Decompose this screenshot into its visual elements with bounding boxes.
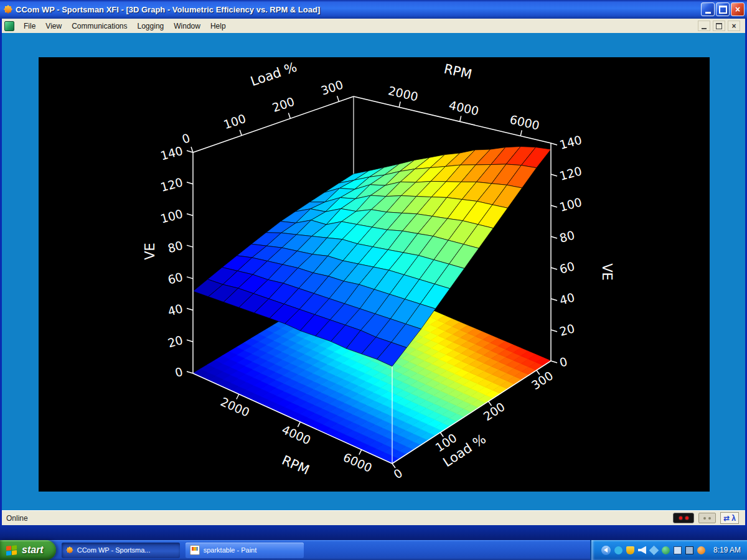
menu-communications[interactable]: Communications: [67, 20, 132, 32]
svg-text:Load %: Load %: [248, 59, 299, 89]
mdi-minimize-button[interactable]: [698, 21, 710, 31]
taskbar-button-paint-label: sparktable - Paint: [204, 546, 257, 554]
svg-text:2000: 2000: [387, 83, 420, 103]
svg-text:100: 100: [222, 111, 247, 132]
start-label: start: [22, 544, 44, 556]
plot-area: 0100200300200040006000020406080100120140…: [39, 57, 710, 492]
ccom-app-icon: [67, 547, 73, 553]
system-tray: 8:19 AM: [590, 540, 747, 560]
hide-icons-chevron[interactable]: [601, 546, 611, 555]
search-icon[interactable]: [649, 545, 659, 555]
svg-text:0: 0: [180, 131, 192, 146]
antivirus-icon[interactable]: [662, 546, 670, 554]
paint-icon: [190, 545, 200, 555]
svg-text:2000: 2000: [218, 394, 251, 419]
menu-window[interactable]: Window: [169, 20, 205, 32]
mdi-window-controls: ×: [698, 21, 740, 31]
svg-text:6000: 6000: [341, 450, 374, 475]
svg-text:80: 80: [166, 238, 184, 256]
svg-text:RPM: RPM: [280, 452, 311, 477]
minimize-button[interactable]: [701, 2, 715, 16]
svg-text:60: 60: [558, 259, 576, 276]
ve-3d-surface-chart: 0100200300200040006000020406080100120140…: [39, 57, 710, 492]
comm-activity-icon: [673, 513, 694, 523]
svg-text:100: 100: [558, 195, 583, 214]
display-icon[interactable]: [685, 546, 693, 554]
messenger-icon[interactable]: [614, 546, 622, 554]
svg-text:140: 140: [558, 133, 583, 152]
svg-text:80: 80: [558, 228, 576, 245]
status-bar: Online ⇄ λ: [2, 510, 745, 525]
start-button[interactable]: start: [0, 540, 56, 560]
svg-text:VE: VE: [143, 243, 157, 260]
window-titlebar[interactable]: CCom WP - Sportsman XFI - [3D Graph - Vo…: [0, 0, 747, 19]
desktop: CCom WP - Sportsman XFI - [3D Graph - Vo…: [0, 0, 747, 560]
mdi-close-button[interactable]: ×: [728, 21, 740, 31]
updates-icon[interactable]: [697, 546, 705, 554]
menu-logging[interactable]: Logging: [133, 20, 169, 32]
svg-text:4000: 4000: [280, 422, 313, 447]
child-window-icon: [4, 21, 14, 31]
lambda-icon: λ: [731, 514, 736, 523]
window-controls: ×: [701, 2, 745, 16]
comm-idle-icon: [698, 513, 716, 523]
security-shield-icon[interactable]: [626, 546, 634, 554]
taskbar-button-ccom[interactable]: CCom WP - Sportsma...: [62, 543, 180, 558]
logging-indicator-icon: ⇄ λ: [720, 512, 739, 524]
svg-text:0: 0: [174, 365, 184, 380]
svg-text:60: 60: [166, 269, 184, 287]
transfer-icon: ⇄: [723, 514, 730, 523]
svg-text:4000: 4000: [448, 98, 480, 118]
status-indicators: ⇄ λ: [673, 512, 739, 524]
mdi-restore-button[interactable]: [713, 21, 725, 31]
window-bottom-frame: [0, 525, 747, 540]
surface-mesh: [193, 147, 551, 366]
svg-text:40: 40: [558, 290, 576, 307]
close-button[interactable]: ×: [731, 2, 745, 16]
svg-text:0: 0: [558, 354, 568, 369]
menu-view[interactable]: View: [40, 20, 67, 32]
taskbar-button-paint[interactable]: sparktable - Paint: [186, 543, 304, 558]
windows-logo-icon: [6, 545, 17, 556]
svg-text:300: 300: [319, 77, 345, 98]
restore-button[interactable]: [716, 2, 730, 16]
svg-text:20: 20: [558, 321, 576, 338]
taskbar-button-ccom-label: CCom WP - Sportsma...: [77, 546, 151, 554]
svg-text:20: 20: [166, 333, 184, 350]
status-text: Online: [6, 514, 28, 523]
menu-file[interactable]: File: [19, 20, 40, 32]
svg-text:120: 120: [558, 164, 583, 183]
app-icon: [4, 6, 12, 13]
svg-text:100: 100: [159, 207, 184, 226]
svg-text:140: 140: [159, 144, 184, 163]
svg-text:VE: VE: [599, 263, 614, 281]
svg-text:RPM: RPM: [443, 61, 474, 82]
menu-help[interactable]: Help: [205, 20, 231, 32]
svg-text:0: 0: [391, 466, 405, 482]
network-icon[interactable]: [674, 546, 682, 554]
window-title: CCom WP - Sportsman XFI - [3D Graph - Vo…: [16, 5, 320, 14]
taskbar-clock: 8:19 AM: [713, 546, 741, 554]
svg-text:6000: 6000: [509, 112, 541, 132]
svg-text:40: 40: [166, 301, 184, 319]
svg-text:120: 120: [159, 175, 184, 194]
svg-text:200: 200: [270, 95, 296, 115]
volume-icon[interactable]: [638, 546, 646, 554]
menu-bar: File View Communications Logging Window …: [2, 19, 745, 34]
taskbar: start CCom WP - Sportsma... sparktable -…: [0, 540, 747, 560]
